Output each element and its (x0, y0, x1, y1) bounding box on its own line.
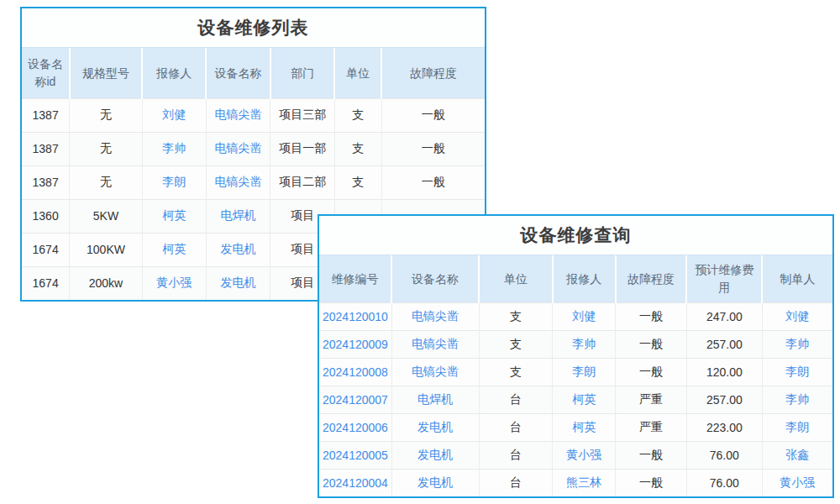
cell: 1387 (22, 165, 70, 199)
query-link-cell[interactable]: 电镐尖凿 (412, 337, 459, 350)
column-header-2: 单位 (479, 255, 553, 302)
query-link-cell[interactable]: 李朗 (785, 420, 809, 433)
query-link-cell[interactable]: 2024120009 (323, 338, 388, 351)
cell: 台 (479, 441, 553, 469)
cell: 一般 (381, 132, 485, 165)
list-link-cell[interactable]: 柯英 (162, 242, 186, 255)
cell: 支 (479, 358, 553, 386)
column-header-5: 单位 (334, 48, 381, 98)
query-link-cell[interactable]: 电镐尖凿 (412, 365, 459, 378)
cell: 发电机 (391, 469, 479, 496)
query-link-cell[interactable]: 李帅 (572, 337, 596, 350)
cell: 支 (334, 165, 381, 199)
list-link-cell[interactable]: 李朗 (162, 175, 186, 188)
cell: 无 (70, 165, 143, 199)
query-link-cell[interactable]: 2024120008 (323, 365, 388, 379)
cell: 张鑫 (762, 441, 832, 469)
list-link-cell[interactable]: 电镐尖凿 (215, 175, 262, 188)
cell: 支 (479, 302, 553, 330)
list-link-cell[interactable]: 发电机 (221, 242, 256, 255)
list-link-cell[interactable]: 电焊机 (221, 208, 256, 222)
cell: 发电机 (206, 266, 270, 300)
cell: 电镐尖凿 (206, 98, 270, 132)
table-row: 2024120005发电机台黄小强一般76.00张鑫 (319, 441, 832, 469)
column-header-1: 设备名称 (391, 255, 479, 302)
table-row: 1387无李帅电镐尖凿项目一部支一般 (22, 132, 485, 165)
list-link-cell[interactable]: 柯英 (162, 208, 186, 222)
cell: 1674 (22, 233, 70, 266)
query-link-cell[interactable]: 李帅 (785, 337, 809, 350)
query-link-cell[interactable]: 刘健 (785, 309, 809, 323)
cell: 黄小强 (142, 266, 206, 300)
query-link-cell[interactable]: 柯英 (572, 392, 596, 406)
cell: 223.00 (686, 413, 762, 441)
cell: 一般 (381, 98, 485, 132)
query-link-cell[interactable]: 电焊机 (417, 392, 453, 406)
query-link-cell[interactable]: 李朗 (572, 365, 596, 378)
query-link-cell[interactable]: 柯英 (572, 420, 596, 433)
query-link-cell[interactable]: 发电机 (417, 475, 453, 489)
cell: 2024120005 (319, 441, 391, 469)
cell: 李帅 (762, 386, 832, 413)
table-row: 1387无李朗电镐尖凿项目二部支一般 (22, 165, 485, 199)
cell: 柯英 (553, 386, 616, 413)
cell: 李帅 (142, 132, 206, 165)
cell: 无 (70, 98, 143, 132)
column-header-4: 故障程度 (616, 255, 687, 302)
cell: 2024120010 (319, 302, 391, 330)
list-link-cell[interactable]: 发电机 (221, 276, 256, 289)
cell: 一般 (616, 441, 687, 469)
cell: 1387 (22, 132, 70, 165)
query-link-cell[interactable]: 2024120005 (323, 449, 388, 462)
list-link-cell[interactable]: 电镐尖凿 (215, 141, 262, 155)
cell: 电镐尖凿 (391, 330, 479, 358)
query-link-cell[interactable]: 刘健 (572, 309, 596, 323)
column-header-6: 制单人 (762, 255, 832, 302)
query-link-cell[interactable]: 2024120004 (323, 476, 388, 490)
column-header-0: 维修编号 (319, 255, 391, 302)
query-link-cell[interactable]: 发电机 (417, 448, 453, 461)
query-link-cell[interactable]: 黄小强 (780, 475, 815, 489)
cell: 1674 (22, 266, 70, 300)
cell: 1387 (22, 98, 70, 132)
query-link-cell[interactable]: 张鑫 (785, 448, 809, 461)
query-link-cell[interactable]: 熊三林 (566, 475, 601, 489)
cell: 257.00 (686, 330, 762, 358)
column-header-6: 故障程度 (381, 48, 485, 98)
query-link-cell[interactable]: 黄小强 (566, 448, 601, 461)
table-row: 2024120006发电机台柯英严重223.00李朗 (319, 413, 832, 441)
cell: 项目三部 (270, 98, 335, 132)
cell: 刘健 (762, 302, 832, 330)
cell: 严重 (616, 413, 687, 441)
cell: 2024120007 (319, 386, 391, 413)
cell: 120.00 (686, 358, 762, 386)
cell: 电镐尖凿 (391, 302, 479, 330)
query-link-cell[interactable]: 2024120010 (323, 310, 388, 323)
query-link-cell[interactable]: 李帅 (785, 392, 809, 406)
cell: 一般 (616, 302, 687, 330)
query-link-cell[interactable]: 电镐尖凿 (412, 309, 459, 323)
cell: 李帅 (762, 330, 832, 358)
list-link-cell[interactable]: 电镐尖凿 (215, 108, 262, 121)
table-row: 2024120009电镐尖凿支李帅一般257.00李帅 (319, 330, 832, 358)
cell: 1360 (22, 199, 70, 233)
column-header-4: 部门 (270, 48, 335, 98)
cell: 发电机 (391, 441, 479, 469)
cell: 李朗 (142, 165, 206, 199)
query-link-cell[interactable]: 2024120006 (323, 421, 388, 434)
list-link-cell[interactable]: 黄小强 (156, 276, 192, 289)
list-link-cell[interactable]: 刘健 (162, 108, 186, 121)
table-row: 2024120010电镐尖凿支刘健一般247.00刘健 (319, 302, 832, 330)
query-link-cell[interactable]: 2024120007 (323, 393, 388, 407)
cell: 台 (479, 469, 553, 496)
cell: 5KW (70, 199, 143, 233)
cell: 一般 (616, 330, 687, 358)
repair-list-title: 设备维修列表 (22, 8, 485, 48)
query-link-cell[interactable]: 李朗 (785, 365, 809, 378)
cell: 2024120006 (319, 413, 391, 441)
query-link-cell[interactable]: 发电机 (417, 420, 453, 433)
cell: 发电机 (391, 413, 479, 441)
cell: 柯英 (142, 233, 206, 266)
list-link-cell[interactable]: 李帅 (162, 141, 186, 155)
cell: 发电机 (206, 233, 270, 266)
